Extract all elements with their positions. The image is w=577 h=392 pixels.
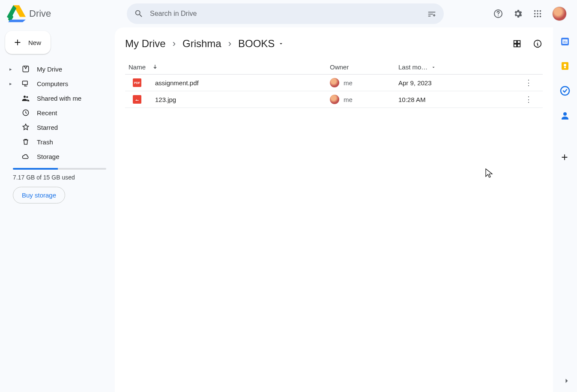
cloud-icon xyxy=(21,152,30,161)
storage-text: 7.17 GB of 15 GB used xyxy=(13,174,110,181)
drive-logo-icon xyxy=(7,5,26,22)
owner-name: me xyxy=(344,79,353,87)
column-modified-label: Last mo… xyxy=(398,63,428,71)
breadcrumb: My Drive › Grishma › BOOKS xyxy=(125,27,543,60)
calendar-app-icon[interactable]: 31 xyxy=(560,36,570,46)
breadcrumb-segment[interactable]: My Drive xyxy=(125,38,166,50)
drive-app-name: Drive xyxy=(29,8,51,19)
apps-icon[interactable] xyxy=(532,9,543,19)
svg-point-4 xyxy=(540,10,541,12)
svg-rect-12 xyxy=(23,81,28,84)
svg-point-14 xyxy=(26,96,28,98)
sidebar-item-label: Storage xyxy=(37,153,60,160)
table-header: Name Owner Last mo… xyxy=(125,60,543,75)
keep-app-icon[interactable] xyxy=(560,61,570,71)
svg-point-6 xyxy=(537,13,538,15)
sidebar-item-recent[interactable]: Recent xyxy=(5,105,110,120)
settings-icon[interactable] xyxy=(513,9,523,19)
svg-point-10 xyxy=(540,16,541,18)
sidebar-item-computers[interactable]: ▸ Computers xyxy=(5,76,110,91)
contacts-app-icon[interactable] xyxy=(560,111,570,121)
account-avatar[interactable] xyxy=(552,6,567,21)
image-file-icon xyxy=(133,95,141,104)
drive-logo-lockup[interactable]: Drive xyxy=(7,5,122,22)
tasks-app-icon[interactable] xyxy=(560,86,570,96)
sidebar-item-label: Trash xyxy=(37,138,53,146)
svg-rect-17 xyxy=(517,41,520,43)
svg-point-28 xyxy=(563,112,567,116)
svg-rect-19 xyxy=(517,44,520,47)
svg-rect-16 xyxy=(514,41,517,43)
chevron-right-icon: › xyxy=(170,38,178,49)
shared-icon xyxy=(21,94,30,102)
owner-avatar xyxy=(330,78,339,87)
breadcrumb-current-label: BOOKS xyxy=(238,38,275,50)
caret-down-icon xyxy=(431,65,436,70)
column-name-label: Name xyxy=(129,63,146,71)
star-icon xyxy=(21,123,30,132)
sidebar-item-label: My Drive xyxy=(37,66,62,73)
add-app-icon[interactable] xyxy=(560,153,570,163)
owner-name: me xyxy=(344,96,353,103)
row-more-icon[interactable]: ⋮ xyxy=(525,78,532,87)
svg-point-2 xyxy=(534,10,536,12)
recent-icon xyxy=(21,108,30,117)
sidebar-item-label: Recent xyxy=(37,109,57,117)
new-button-label: New xyxy=(28,39,41,46)
main-panel: My Drive › Grishma › BOOKS Name xyxy=(115,27,553,392)
chevron-right-icon: › xyxy=(226,38,234,49)
modified-date: Apr 9, 2023 xyxy=(398,79,432,87)
sidebar-item-shared[interactable]: Shared with me xyxy=(5,91,110,105)
grid-view-icon[interactable] xyxy=(512,39,522,49)
sidebar-item-starred[interactable]: Starred xyxy=(5,120,110,135)
drive-icon xyxy=(21,65,30,73)
side-panel: 31 xyxy=(553,31,577,163)
svg-text:31: 31 xyxy=(563,40,567,44)
side-panel-collapse-icon[interactable] xyxy=(562,377,571,387)
storage-fill xyxy=(13,168,58,170)
svg-point-25 xyxy=(564,64,566,66)
sidebar-item-label: Computers xyxy=(37,80,68,87)
breadcrumb-segment[interactable]: Grishma xyxy=(182,38,221,50)
svg-point-9 xyxy=(537,16,538,18)
search-options-icon[interactable] xyxy=(427,9,437,19)
caret-icon: ▸ xyxy=(9,66,15,72)
table-row[interactable]: 123.jpg me 10:28 AM ⋮ xyxy=(125,91,543,108)
pdf-file-icon: PDF xyxy=(133,78,141,87)
owner-avatar xyxy=(330,95,339,104)
sidebar-item-my-drive[interactable]: ▸ My Drive xyxy=(5,62,110,76)
search-bar[interactable] xyxy=(127,3,444,24)
modified-date: 10:28 AM xyxy=(398,96,425,103)
svg-point-1 xyxy=(498,15,499,16)
computers-icon xyxy=(21,79,30,88)
svg-point-3 xyxy=(537,10,538,12)
buy-storage-button[interactable]: Buy storage xyxy=(13,187,65,203)
search-icon[interactable] xyxy=(134,9,144,19)
help-icon[interactable] xyxy=(493,9,503,19)
new-button[interactable]: New xyxy=(5,31,51,54)
trash-icon xyxy=(21,138,30,146)
svg-point-8 xyxy=(534,16,536,18)
column-modified-header[interactable]: Last mo… xyxy=(398,63,471,71)
arrow-down-icon xyxy=(152,64,158,71)
svg-point-13 xyxy=(24,96,26,98)
breadcrumb-current[interactable]: BOOKS xyxy=(238,38,284,50)
table-row[interactable]: PDF assignment.pdf me Apr 9, 2023 ⋮ xyxy=(125,75,543,91)
svg-rect-26 xyxy=(564,67,566,68)
file-name: assignment.pdf xyxy=(155,79,199,87)
svg-rect-18 xyxy=(514,44,517,47)
column-owner-header[interactable]: Owner xyxy=(330,63,398,71)
search-input[interactable] xyxy=(150,10,421,18)
column-owner-label: Owner xyxy=(330,63,349,71)
plus-icon xyxy=(13,38,22,47)
row-more-icon[interactable]: ⋮ xyxy=(525,95,532,104)
caret-down-icon xyxy=(278,41,284,47)
sidebar-item-label: Shared with me xyxy=(37,95,81,102)
file-name: 123.jpg xyxy=(155,96,176,103)
column-name-header[interactable]: Name xyxy=(129,63,330,71)
info-icon[interactable] xyxy=(532,39,543,49)
caret-icon: ▸ xyxy=(9,81,15,87)
storage-bar xyxy=(13,168,106,170)
sidebar-item-storage[interactable]: Storage xyxy=(5,149,110,164)
sidebar-item-trash[interactable]: Trash xyxy=(5,135,110,149)
